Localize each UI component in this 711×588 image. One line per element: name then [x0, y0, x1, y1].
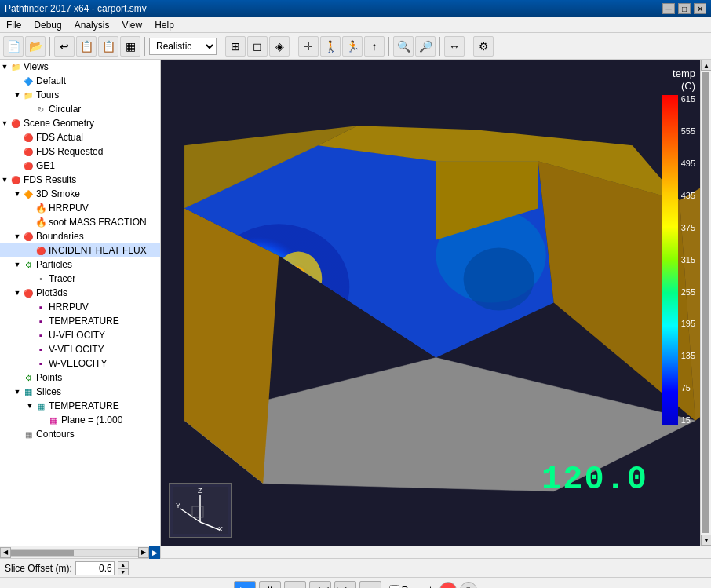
run-button[interactable]: 🏃 — [342, 36, 363, 57]
reset-view-button[interactable]: ↩ — [54, 36, 75, 57]
menu-analysis[interactable]: Analysis — [68, 18, 116, 32]
pause-button[interactable]: ⏸ — [259, 581, 281, 589]
step-forward-button[interactable]: ▶▶ — [334, 581, 356, 589]
colorscale-bar-container: 615 555 495 435 375 315 255 195 135 75 1… — [662, 95, 695, 425]
move-button[interactable]: ✛ — [298, 36, 319, 57]
compass-widget: Z Y X — [169, 483, 232, 538]
stop-record-button[interactable]: ⏺ — [460, 582, 477, 589]
scene-button[interactable]: ▦ — [120, 36, 140, 57]
window-controls[interactable]: ─ □ ✕ — [662, 3, 706, 14]
scroll-left-button[interactable]: ◀ — [0, 547, 11, 558]
cs-label-435: 435 — [681, 192, 695, 200]
toolbar: 📄 📂 ↩ 📋 📋 ▦ Realistic Wireframe ⊞ ◻ ◈ ✛ … — [0, 33, 711, 60]
horizontal-scrollbar: ◀ ▶ ▶ — [0, 546, 711, 558]
offset-down-button[interactable]: ▼ — [118, 568, 129, 575]
colorscale-title: temp(C) — [673, 68, 695, 92]
tree-item-temperature2[interactable]: ▼ ▦ TEMPERATURE — [0, 399, 160, 413]
tree-item-hrrpuv[interactable]: 🔥 HRRPUV — [0, 201, 160, 215]
scroll-indicator[interactable]: ▶ — [149, 546, 160, 559]
zoom-out-button[interactable]: 🔎 — [415, 36, 436, 57]
tree-item-plane[interactable]: ▦ Plane = (1.000 — [0, 413, 160, 427]
tree-item-w-velocity[interactable]: ▪ W-VELOCITY — [0, 356, 160, 371]
scroll-right-button[interactable]: ▶ — [138, 547, 149, 558]
tree-item-default[interactable]: 🔷 Default — [0, 74, 160, 88]
tree-item-v-velocity[interactable]: ▪ V-VELOCITY — [0, 342, 160, 356]
tree-item-slices[interactable]: ▼ ▦ Slices — [0, 385, 160, 399]
tree-item-ge1[interactable]: 🔴 GE1 — [0, 159, 160, 173]
scroll-thumb[interactable] — [702, 72, 709, 533]
tree-item-scene-geometry[interactable]: ▼ 🔴 Scene Geometry — [0, 116, 160, 130]
tree-item-u-velocity[interactable]: ▪ U-VELOCITY — [0, 328, 160, 342]
maximize-button[interactable]: □ — [678, 3, 691, 14]
obj-button[interactable]: ◈ — [269, 36, 290, 57]
tree-item-soot[interactable]: 🔥 soot MASS FRACTION — [0, 215, 160, 229]
jump-start-button[interactable]: ⏮ — [284, 581, 306, 589]
slice-offset-bar: Slice Offset (m): 0.6 ▲ ▼ — [0, 558, 711, 577]
tree-item-ihf[interactable]: 🔴 INCIDENT HEAT FLUX — [0, 243, 160, 257]
vertical-scrollbar[interactable]: ▲ ▼ — [700, 60, 711, 546]
stairs-button[interactable]: ↑ — [364, 36, 385, 57]
paste-button[interactable]: 📋 — [98, 36, 118, 57]
zoom-in-button[interactable]: 🔍 — [393, 36, 414, 57]
toolbar-separator2 — [144, 37, 145, 56]
offset-up-button[interactable]: ▲ — [118, 561, 129, 568]
menu-view[interactable]: View — [115, 18, 148, 32]
menubar: File Debug Analysis View Help — [0, 17, 711, 33]
offset-input[interactable]: 0.6 — [75, 561, 115, 575]
colorscale-gradient-bar — [662, 95, 678, 425]
close-button[interactable]: ✕ — [694, 3, 706, 14]
step-back-button[interactable]: ◀◀ — [309, 581, 331, 589]
tree-item-particles[interactable]: ▼ ⚙ Particles — [0, 257, 160, 272]
tree-scroll-track — [11, 549, 138, 557]
settings-button[interactable]: ⚙ — [473, 36, 494, 57]
record-button[interactable]: ● — [439, 582, 457, 589]
app-title: Pathfinder 2017 x64 - carport.smv — [5, 3, 147, 14]
tree-item-views[interactable]: ▼ 📁 Views — [0, 60, 160, 74]
cs-label-315: 315 — [681, 256, 695, 265]
tree-item-points[interactable]: ⚙ Points — [0, 371, 160, 385]
cs-label-255: 255 — [681, 288, 695, 297]
titlebar: Pathfinder 2017 x64 - carport.smv ─ □ ✕ — [0, 0, 711, 17]
menu-file[interactable]: File — [0, 18, 27, 32]
tree-item-fds-actual[interactable]: 🔴 FDS Actual — [0, 130, 160, 144]
cs-label-375: 375 — [681, 224, 695, 232]
tree-item-fds-results[interactable]: ▼ 🔴 FDS Results — [0, 173, 160, 187]
jump-end-button[interactable]: ⏭ — [359, 581, 381, 589]
rotate-button[interactable]: ↔ — [444, 36, 465, 57]
scroll-up-button[interactable]: ▲ — [701, 60, 711, 71]
new-button[interactable]: 📄 — [3, 36, 24, 57]
cs-label-75: 75 — [681, 384, 695, 393]
tree-scrollbar[interactable]: ◀ ▶ ▶ — [0, 546, 161, 558]
cube-button[interactable]: ◻ — [247, 36, 268, 57]
play-button[interactable]: ▶ — [234, 581, 256, 589]
toolbar-separator — [49, 37, 50, 56]
cs-label-555: 555 — [681, 127, 695, 136]
open-button[interactable]: 📂 — [25, 36, 46, 57]
style-dropdown[interactable]: Realistic Wireframe — [149, 38, 217, 55]
tree-item-plot3ds[interactable]: ▼ 🔴 Plot3ds — [0, 286, 160, 300]
walk-button[interactable]: 🚶 — [320, 36, 341, 57]
repeat-checkbox[interactable] — [389, 585, 399, 588]
repeat-label[interactable]: Repeat — [402, 585, 432, 589]
playback-controls: ▶ ⏸ ⏮ ◀◀ ▶▶ ⏭ Repeat ● ⏺ — [0, 577, 711, 588]
tree-item-tours[interactable]: ▼ 📁 Tours — [0, 88, 160, 102]
grid-button[interactable]: ⊞ — [225, 36, 246, 57]
copy-button[interactable]: 📋 — [76, 36, 97, 57]
menu-help[interactable]: Help — [148, 18, 180, 32]
tree-scroll-thumb[interactable] — [11, 550, 74, 556]
tree-item-boundaries[interactable]: ▼ 🔴 Boundaries — [0, 229, 160, 243]
tree-item-contours[interactable]: ▦ Contours — [0, 427, 160, 441]
tree-item-fds-requested[interactable]: 🔴 FDS Requested — [0, 144, 160, 159]
tree-item-circular[interactable]: ↻ Circular — [0, 102, 160, 116]
tree-item-hrrpuv2[interactable]: ▪ HRRPUV — [0, 300, 160, 314]
offset-label: Slice Offset (m): — [5, 563, 72, 574]
minimize-button[interactable]: ─ — [662, 3, 675, 14]
menu-debug[interactable]: Debug — [27, 18, 67, 32]
3d-viewport[interactable]: temp(C) 615 555 495 435 375 315 255 195 … — [161, 60, 711, 546]
tree-item-temperature[interactable]: ▪ TEMPERATURE — [0, 314, 160, 328]
tree-item-3dsmoke[interactable]: ▼ 🔶 3D Smoke — [0, 187, 160, 201]
offset-spinner[interactable]: ▲ ▼ — [118, 561, 129, 575]
svg-text:Y: Y — [176, 502, 180, 509]
tree-item-tracer[interactable]: • Tracer — [0, 272, 160, 286]
scroll-down-button[interactable]: ▼ — [701, 535, 711, 546]
